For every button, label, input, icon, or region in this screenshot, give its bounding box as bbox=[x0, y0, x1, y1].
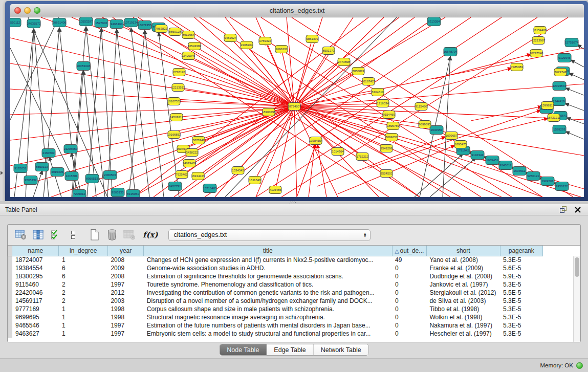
graph-node[interactable]: 15716485 bbox=[203, 184, 217, 193]
graph-node[interactable]: 9524502 bbox=[380, 170, 393, 178]
table-cell[interactable]: 2 bbox=[59, 280, 107, 289]
table-cell[interactable]: 22420046 bbox=[12, 289, 59, 297]
graph-node[interactable]: 7205012 bbox=[73, 190, 86, 198]
table-cell[interactable]: 2003 bbox=[107, 297, 143, 305]
splitter-grip[interactable] bbox=[290, 202, 296, 204]
graph-edge[interactable] bbox=[294, 17, 445, 106]
graph-node[interactable]: 9466160 bbox=[110, 20, 123, 29]
table-cell[interactable]: 1997 bbox=[107, 330, 143, 338]
table-cell[interactable]: Wolkin et al. (1998) bbox=[426, 313, 500, 321]
graph-node[interactable]: 1609451 bbox=[486, 156, 499, 165]
tab-node-table[interactable]: Node Table bbox=[220, 344, 267, 355]
table-cell[interactable]: 1998 bbox=[107, 313, 143, 321]
graph-node[interactable]: 9463627 bbox=[224, 34, 236, 42]
graph-node[interactable]: 1924501 bbox=[541, 177, 554, 186]
table-row[interactable]: 946362711997Embryonic stem cells: a mode… bbox=[8, 330, 543, 338]
graph-node[interactable]: 2473808 bbox=[338, 58, 350, 66]
table-cell[interactable]: 0 bbox=[392, 305, 426, 313]
graph-node[interactable]: 16543382 bbox=[188, 42, 202, 50]
graph-node[interactable]: 1752212 bbox=[356, 153, 368, 161]
graph-edge[interactable] bbox=[138, 17, 420, 197]
graph-edge[interactable] bbox=[194, 17, 294, 106]
table-row[interactable]: 969969511998Structural magnetic resonanc… bbox=[8, 313, 543, 321]
table-scrollbar-thumb[interactable] bbox=[575, 257, 579, 277]
graph-edge[interactable] bbox=[567, 118, 584, 124]
table-cell[interactable]: 2008 bbox=[107, 256, 143, 264]
graph-node[interactable]: 1527602 bbox=[95, 19, 108, 28]
graph-node[interactable]: 20053346 bbox=[77, 62, 91, 71]
table-cell[interactable]: Estimation of significance thresholds fo… bbox=[144, 272, 392, 280]
function-builder-icon[interactable]: f(x) bbox=[143, 230, 158, 239]
graph-edge[interactable] bbox=[338, 145, 455, 194]
graph-node[interactable]: 7850833 bbox=[352, 68, 364, 75]
graph-node[interactable]: 18300295 bbox=[262, 108, 276, 116]
graph-node[interactable]: 1534545 bbox=[232, 167, 244, 174]
graph-edge[interactable] bbox=[565, 103, 584, 111]
graph-node[interactable]: 18724007 bbox=[288, 103, 301, 111]
column-header-in_degree[interactable]: in_degree bbox=[59, 246, 107, 256]
graph-edge[interactable] bbox=[194, 46, 294, 106]
graph-node[interactable]: 1589293 bbox=[553, 125, 566, 134]
table-cell[interactable]: 2 bbox=[59, 289, 107, 297]
graph-edge[interactable] bbox=[189, 106, 294, 163]
column-header-year[interactable]: year bbox=[107, 246, 143, 256]
table-cell[interactable]: Structural magnetic resonance image aver… bbox=[144, 313, 392, 321]
graph-node[interactable]: 7629743 bbox=[554, 69, 567, 76]
graph-node[interactable]: 10553287 bbox=[79, 17, 93, 26]
table-cell[interactable]: 0 bbox=[392, 297, 426, 305]
table-cell[interactable]: 1 bbox=[59, 321, 107, 330]
graph-node[interactable]: 11154408 bbox=[533, 27, 547, 34]
table-cell[interactable]: 2008 bbox=[107, 272, 143, 280]
graph-node[interactable]: 14569117 bbox=[170, 114, 184, 121]
graph-node[interactable]: 9135051 bbox=[14, 164, 27, 173]
table-cell[interactable]: 5.3E-5 bbox=[500, 313, 542, 321]
graph-node[interactable]: 1696231 bbox=[275, 46, 288, 53]
table-cell[interactable]: Hescheler et al. (1997) bbox=[426, 330, 500, 338]
table-cell[interactable]: Investigating the contribution of common… bbox=[144, 289, 392, 297]
table-cell[interactable]: 9777169 bbox=[12, 305, 59, 313]
table-row[interactable]: 1872400712008Changes of HCN gene express… bbox=[8, 256, 543, 264]
table-scrollbar[interactable] bbox=[573, 256, 580, 342]
close-panel-icon[interactable] bbox=[573, 206, 583, 214]
graph-node[interactable]: 7963822 bbox=[155, 25, 167, 33]
table-cell[interactable]: 5.3E-5 bbox=[500, 321, 542, 330]
graph-node[interactable]: 7136485 bbox=[269, 186, 281, 194]
graph-node[interactable]: 16671355 bbox=[138, 21, 152, 30]
table-row[interactable]: 1938455462009Genome-wide association stu… bbox=[8, 264, 543, 272]
table-cell[interactable]: Embryonic stem cells: a model to study s… bbox=[144, 330, 392, 338]
graph-edge[interactable] bbox=[569, 73, 584, 80]
table-cell[interactable]: 14569117 bbox=[12, 297, 59, 305]
graph-node[interactable]: 12213512 bbox=[171, 84, 185, 92]
graph-edge[interactable] bbox=[571, 60, 584, 67]
graph-node[interactable]: 10167427 bbox=[362, 78, 376, 85]
table-cell[interactable]: Nakamura et al. (1997) bbox=[426, 321, 500, 330]
table-cell[interactable]: 18724007 bbox=[12, 256, 59, 264]
graph-node[interactable]: 24035572 bbox=[27, 19, 41, 28]
graph-node[interactable]: 3915305 bbox=[51, 168, 64, 177]
column-header-title[interactable]: title bbox=[144, 246, 392, 256]
graph-node[interactable]: 1895475 bbox=[454, 141, 467, 148]
table-row[interactable]: 911546021997Tourette syndrome. Phenomeno… bbox=[8, 280, 543, 289]
table-cell[interactable]: 5.3E-5 bbox=[500, 256, 542, 264]
graph-edge[interactable] bbox=[294, 39, 312, 106]
table-cell[interactable]: 9465546 bbox=[12, 321, 59, 330]
tab-edge-table[interactable]: Edge Table bbox=[267, 344, 313, 355]
graph-node[interactable]: 12093872 bbox=[553, 82, 567, 91]
table-cell[interactable]: Tibbo et al. (1998) bbox=[426, 305, 500, 313]
table-cell[interactable]: 9463627 bbox=[12, 330, 59, 338]
graph-edge[interactable] bbox=[169, 17, 450, 197]
graph-edge[interactable] bbox=[131, 28, 149, 197]
graph-node[interactable]: 5878342 bbox=[192, 137, 205, 144]
graph-edge[interactable] bbox=[179, 72, 294, 106]
graph-node[interactable]: 12213987 bbox=[532, 37, 546, 45]
graph-node[interactable]: 8550133 bbox=[35, 163, 49, 171]
graph-node[interactable]: 1216034 bbox=[377, 100, 389, 107]
graph-node[interactable]: 9861379 bbox=[306, 35, 318, 43]
graph-node[interactable]: 20691406 bbox=[53, 18, 67, 27]
graph-node[interactable]: 1014364 bbox=[332, 148, 344, 156]
graph-node[interactable]: 1759322 bbox=[259, 37, 271, 45]
graph-node[interactable]: 2718126 bbox=[173, 69, 185, 76]
table-cell[interactable]: Stergiakouli et al. (2012) bbox=[426, 289, 500, 297]
graph-node[interactable]: 8950513 bbox=[85, 174, 99, 183]
table-selector[interactable]: citations_edges.txt ▲▼ bbox=[168, 229, 371, 241]
